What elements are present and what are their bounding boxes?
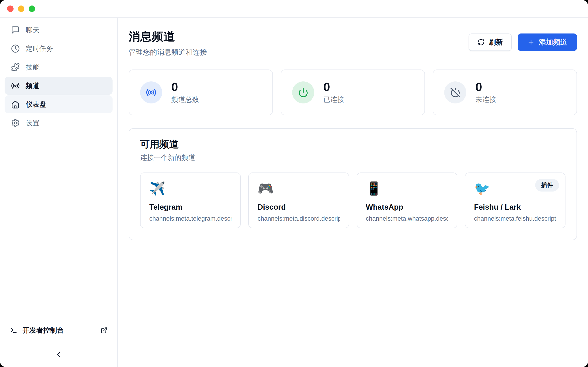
terminal-icon bbox=[10, 326, 17, 334]
airplane-emoji-icon: ✈️ bbox=[149, 181, 232, 196]
refresh-button-label: 刷新 bbox=[489, 37, 503, 47]
available-channels-title: 可用频道 bbox=[140, 138, 565, 151]
channel-card-feishu[interactable]: 插件 🐦 Feishu / Lark channels:meta.feishu.… bbox=[465, 173, 565, 228]
stat-value: 0 bbox=[323, 81, 344, 94]
home-icon bbox=[11, 100, 20, 109]
sidebar-item-dashboard[interactable]: 仪表盘 bbox=[5, 95, 112, 113]
channel-description: channels:meta.discord.descriptio bbox=[258, 215, 340, 222]
channel-name: Telegram bbox=[149, 203, 232, 211]
minimize-window-button[interactable] bbox=[18, 6, 24, 12]
gamepad-emoji-icon: 🎮 bbox=[258, 181, 340, 196]
sidebar-item-channels[interactable]: 频道 bbox=[5, 77, 112, 95]
sidebar-item-label: 聊天 bbox=[26, 25, 40, 35]
sidebar-item-label: 定时任务 bbox=[26, 44, 53, 53]
sidebar-item-chat[interactable]: 聊天 bbox=[5, 21, 112, 39]
page-subtitle: 管理您的消息频道和连接 bbox=[129, 48, 207, 57]
sidebar-item-scheduled-tasks[interactable]: 定时任务 bbox=[5, 40, 112, 58]
developer-console-link[interactable]: 开发者控制台 bbox=[5, 323, 112, 337]
sidebar: 聊天 定时任务 技能 bbox=[0, 18, 118, 367]
stat-text: 0 未连接 bbox=[476, 81, 496, 104]
channel-card-telegram[interactable]: ✈️ Telegram channels:meta.telegram.descr… bbox=[140, 173, 241, 228]
stat-value: 0 bbox=[171, 81, 199, 94]
sidebar-collapse-row bbox=[5, 349, 112, 360]
refresh-icon bbox=[477, 39, 485, 46]
stat-label: 未连接 bbox=[476, 95, 496, 104]
page-header: 消息频道 管理您的消息频道和连接 刷新 bbox=[129, 29, 577, 57]
power-off-icon bbox=[444, 81, 466, 103]
message-square-icon bbox=[11, 26, 20, 34]
chevron-left-icon bbox=[55, 351, 62, 359]
add-channel-button-label: 添加频道 bbox=[539, 37, 567, 47]
stat-card-connected: 0 已连接 bbox=[281, 69, 425, 115]
header-actions: 刷新 添加频道 bbox=[468, 33, 577, 51]
close-window-button[interactable] bbox=[7, 6, 14, 12]
channel-card-whatsapp[interactable]: 📱 WhatsApp channels:meta.whatsapp.descri… bbox=[357, 173, 457, 228]
available-channels-subtitle: 连接一个新的频道 bbox=[140, 153, 565, 162]
sidebar-item-label: 技能 bbox=[26, 63, 40, 72]
sidebar-item-skills[interactable]: 技能 bbox=[5, 58, 112, 76]
stat-label: 已连接 bbox=[323, 95, 344, 104]
sidebar-spacer bbox=[5, 132, 112, 323]
channel-grid: ✈️ Telegram channels:meta.telegram.descr… bbox=[140, 173, 565, 228]
stat-value: 0 bbox=[476, 81, 496, 94]
stat-text: 0 已连接 bbox=[323, 81, 344, 104]
available-channels-section: 可用频道 连接一个新的频道 ✈️ Telegram channels:meta.… bbox=[129, 128, 577, 240]
zoom-window-button[interactable] bbox=[29, 6, 35, 12]
window-controls bbox=[7, 6, 35, 12]
radio-icon bbox=[140, 81, 162, 103]
external-link-icon[interactable] bbox=[101, 327, 107, 334]
plugin-badge: 插件 bbox=[535, 179, 559, 192]
stat-card-total-channels: 0 频道总数 bbox=[129, 69, 273, 115]
sidebar-item-label: 设置 bbox=[26, 118, 40, 128]
channel-name: Feishu / Lark bbox=[474, 203, 556, 211]
sidebar-item-settings[interactable]: 设置 bbox=[5, 114, 112, 132]
channel-name: Discord bbox=[258, 203, 340, 211]
channel-name: WhatsApp bbox=[366, 203, 448, 211]
clock-icon bbox=[11, 44, 20, 53]
collapse-sidebar-button[interactable] bbox=[53, 349, 64, 360]
channel-description: channels:meta.whatsapp.descrip bbox=[366, 215, 448, 222]
developer-console-label: 开发者控制台 bbox=[23, 326, 64, 335]
power-icon bbox=[292, 81, 314, 103]
app-window: 聊天 定时任务 技能 bbox=[0, 0, 588, 367]
plus-icon bbox=[527, 39, 535, 46]
channel-description: channels:meta.feishu.description bbox=[474, 215, 556, 222]
sidebar-nav: 聊天 定时任务 技能 bbox=[5, 21, 112, 132]
gear-icon bbox=[11, 119, 20, 127]
sidebar-item-label: 仪表盘 bbox=[26, 100, 46, 109]
channel-description: channels:meta.telegram.descript bbox=[149, 215, 232, 222]
stat-card-disconnected: 0 未连接 bbox=[433, 69, 577, 115]
mobile-phone-emoji-icon: 📱 bbox=[366, 181, 448, 196]
page-title: 消息频道 bbox=[129, 29, 207, 44]
stat-label: 频道总数 bbox=[171, 95, 199, 104]
sidebar-item-label: 频道 bbox=[26, 81, 40, 91]
main-content: 消息频道 管理您的消息频道和连接 刷新 bbox=[118, 18, 588, 367]
app-body: 聊天 定时任务 技能 bbox=[0, 18, 588, 367]
puzzle-icon bbox=[11, 63, 20, 72]
channel-card-discord[interactable]: 🎮 Discord channels:meta.discord.descript… bbox=[248, 173, 349, 228]
stat-text: 0 频道总数 bbox=[171, 81, 199, 104]
stats-row: 0 频道总数 0 已连接 bbox=[129, 69, 577, 115]
refresh-button[interactable]: 刷新 bbox=[468, 33, 512, 51]
titlebar bbox=[0, 0, 588, 18]
page-header-text: 消息频道 管理您的消息频道和连接 bbox=[129, 29, 207, 57]
add-channel-button[interactable]: 添加频道 bbox=[518, 33, 577, 51]
radio-icon bbox=[11, 81, 20, 90]
